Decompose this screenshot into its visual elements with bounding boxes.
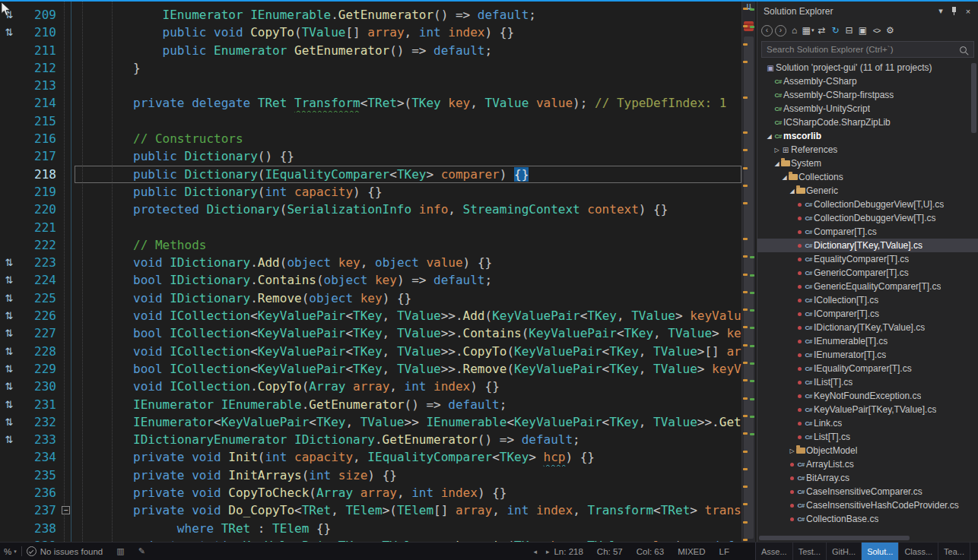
code-text[interactable]: } (75, 59, 741, 77)
line-number[interactable]: 229 (18, 360, 56, 378)
tree-item[interactable]: C#IList[T].cs (757, 375, 978, 389)
tree-item[interactable]: C#IDictionary[TKey,TValue].cs (757, 321, 978, 334)
tree-item[interactable]: C#KeyNotFoundException.cs (757, 389, 978, 403)
line-number[interactable]: 217 (18, 147, 56, 165)
panel-icon[interactable]: ▥ (116, 546, 124, 556)
code-line[interactable]: 218 public Dictionary(IEqualityComparer<… (0, 166, 741, 183)
code-line[interactable]: 215 (0, 112, 741, 130)
tree-item[interactable]: ◢System (757, 157, 978, 170)
expander-icon[interactable]: ◢ (781, 174, 788, 181)
code-text[interactable]: IEnumerator IEnumerable.GetEnumerator() … (75, 6, 741, 24)
fold-toggle-icon[interactable]: − (62, 506, 70, 514)
code-view-button[interactable]: <> (870, 24, 883, 37)
code-line[interactable]: 214 private delegate TRet Transform<TRet… (0, 94, 741, 112)
code-line[interactable]: ⇅230 void ICollection.CopyTo(Array array… (0, 378, 741, 395)
tree-item[interactable]: C#Dictionary[TKey,TValue].cs (757, 239, 978, 252)
code-line[interactable]: 220 protected Dictionary(SerializationIn… (0, 201, 741, 218)
code-text[interactable]: bool ICollection<KeyValuePair<TKey, TVal… (75, 360, 741, 378)
tree-vscroll-thumb[interactable] (971, 63, 976, 133)
code-editor[interactable]: ⇅209 IEnumerator IEnumerable.GetEnumerat… (0, 2, 741, 542)
line-number[interactable]: 215 (18, 112, 56, 130)
wrench-button[interactable]: ⚙ (884, 24, 897, 37)
code-line[interactable]: 221 (0, 219, 741, 236)
status-eol[interactable]: LF (719, 547, 729, 556)
line-number[interactable]: 228 (18, 343, 56, 360)
line-number[interactable]: 209 (18, 6, 56, 24)
code-line[interactable]: 237− private void Do_CopyTo<TRet, TElem>… (0, 501, 741, 519)
line-number[interactable]: 216 (18, 130, 56, 147)
line-number[interactable]: 224 (18, 271, 56, 289)
code-line[interactable]: ⇅209 IEnumerator IEnumerable.GetEnumerat… (0, 6, 741, 24)
scrollbar-thumb[interactable] (744, 36, 754, 539)
line-number[interactable]: 225 (18, 289, 56, 307)
copy-button[interactable]: ▣ (856, 24, 869, 37)
tree-horizontal-scrollbar[interactable] (757, 534, 978, 542)
code-text[interactable]: private delegate TRet Transform<TRet>(TK… (75, 94, 741, 112)
line-number[interactable]: 214 (18, 94, 56, 112)
tree-item[interactable]: C#IEqualityComparer[T].cs (757, 362, 978, 375)
tool-tab-solut[interactable]: Solut... (862, 543, 899, 560)
tree-vertical-scrollbar[interactable] (970, 61, 978, 534)
code-text[interactable]: public Dictionary(IEqualityComparer<TKey… (75, 166, 741, 183)
code-text[interactable]: private void InitArrays(int size) {} (75, 467, 741, 484)
zoom-caret-icon[interactable]: ▾ (14, 549, 17, 555)
nav-back-icon[interactable]: ◂ (533, 548, 537, 555)
code-text[interactable]: IEnumerator IEnumerable.GetEnumerator() … (75, 396, 741, 413)
close-icon[interactable]: × (961, 5, 975, 18)
tool-tab-gith[interactable]: GitH... (827, 543, 862, 560)
status-encoding[interactable]: MIXED (678, 547, 705, 556)
code-line[interactable]: ⇅225 void IDictionary.Remove(object key)… (0, 289, 741, 307)
pin-icon[interactable] (948, 5, 961, 18)
tree-item[interactable]: C#IComparer[T].cs (757, 307, 978, 321)
tool-tab-tea[interactable]: Tea... (938, 543, 970, 560)
tree-item[interactable]: C#CollectionBase.cs (757, 512, 978, 526)
code-line[interactable]: ⇅223 void IDictionary.Add(object key, ob… (0, 254, 741, 271)
back-button[interactable]: ‹ (760, 24, 773, 37)
tree-item[interactable]: ◢Collections (757, 170, 978, 184)
tree-item[interactable]: ◢Generic (757, 184, 978, 198)
implements-gutter-icon[interactable]: ⇅ (0, 343, 18, 360)
tree-item[interactable]: C#IEnumerator[T].cs (757, 348, 978, 362)
zoom-control[interactable]: % (4, 547, 11, 556)
code-text[interactable]: // Methods (75, 236, 741, 254)
tree-item[interactable]: C#List[T].cs (757, 430, 978, 444)
tree-item[interactable]: ◢C#mscorlib (757, 129, 978, 143)
code-text[interactable]: public Dictionary(int capacity) {} (75, 183, 741, 201)
code-line[interactable]: 216 // Constructors (0, 130, 741, 147)
edit-icon[interactable]: ✎ (138, 546, 145, 556)
line-number[interactable]: 213 (18, 77, 56, 94)
line-number[interactable]: 234 (18, 448, 56, 466)
code-text[interactable]: void IDictionary.Add(object key, object … (75, 254, 741, 271)
line-number[interactable]: 220 (18, 201, 56, 218)
code-text[interactable]: private void CopyToCheck(Array array, in… (75, 484, 741, 501)
implements-gutter-icon[interactable]: ⇅ (0, 396, 18, 413)
code-line[interactable]: ⇅233 IDictionaryEnumerator IDictionary.G… (0, 431, 741, 448)
code-text[interactable]: void ICollection<KeyValuePair<TKey, TVal… (75, 307, 741, 324)
line-number[interactable]: 227 (18, 324, 56, 342)
code-line[interactable]: 236 private void CopyToCheck(Array array… (0, 484, 741, 501)
line-number[interactable]: 219 (18, 183, 56, 201)
line-number[interactable]: 231 (18, 396, 56, 413)
window-menu-icon[interactable]: ▾ (934, 5, 948, 18)
expander-icon[interactable]: ◢ (789, 188, 795, 195)
code-line[interactable]: 222 // Methods (0, 236, 741, 254)
code-line[interactable]: ⇅231 IEnumerator IEnumerable.GetEnumerat… (0, 396, 741, 413)
code-line[interactable]: 211 public Enumerator GetEnumerator() =>… (0, 42, 741, 59)
tree-hscroll-thumb[interactable] (759, 536, 910, 540)
code-text[interactable]: void ICollection<KeyValuePair<TKey, TVal… (75, 343, 741, 360)
tree-item[interactable]: C#BitArray.cs (757, 471, 978, 485)
line-number[interactable]: 226 (18, 307, 56, 324)
tree-item[interactable]: C#Link.cs (757, 416, 978, 430)
tree-item[interactable]: C#ICSharpCode.SharpZipLib (757, 115, 978, 129)
code-line[interactable]: ⇅224 bool IDictionary.Contains(object ke… (0, 271, 741, 289)
search-input[interactable]: Search Solution Explorer (Ctrl+`) (761, 41, 974, 58)
implements-gutter-icon[interactable]: ⇅ (0, 413, 18, 431)
code-text[interactable]: bool ICollection<KeyValuePair<TKey, TVal… (75, 324, 741, 342)
line-number[interactable]: 222 (18, 236, 56, 254)
tree-item[interactable]: C#CaseInsensitiveHashCodeProvider.cs (757, 498, 978, 512)
tree-item[interactable]: C#CollectionDebuggerView[T].cs (757, 211, 978, 225)
code-text[interactable] (75, 219, 741, 236)
implements-gutter-icon[interactable]: ⇅ (0, 254, 18, 271)
code-text[interactable]: IEnumerator<KeyValuePair<TKey, TValue>> … (75, 413, 741, 431)
line-number[interactable]: 210 (18, 24, 56, 41)
